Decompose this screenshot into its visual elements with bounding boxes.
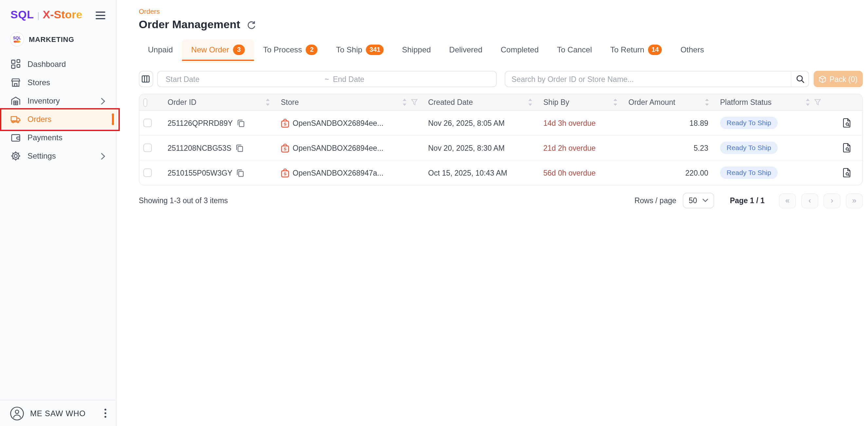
select-all-checkbox[interactable] bbox=[143, 98, 147, 107]
order-amount: 220.00 bbox=[628, 169, 720, 177]
ship-by-overdue: 21d 2h overdue bbox=[543, 144, 628, 152]
sidebar-item-label: Dashboard bbox=[28, 60, 66, 69]
column-title: Platform Status bbox=[720, 98, 771, 106]
sidebar-nav: Dashboard Stores Inventory bbox=[0, 55, 116, 165]
sidebar-item-inventory[interactable]: Inventory bbox=[0, 92, 116, 110]
copy-icon[interactable] bbox=[237, 119, 245, 127]
next-page-button[interactable]: › bbox=[824, 193, 840, 208]
sidebar-header: SQL | X-Store SQL MARKETING bbox=[0, 0, 116, 46]
row-checkbox[interactable] bbox=[143, 168, 152, 177]
active-indicator-bar bbox=[112, 113, 114, 125]
orders-table: Order ID Store Created Date Ship By bbox=[139, 94, 863, 186]
sidebar-item-payments[interactable]: Payments bbox=[0, 129, 116, 147]
column-header-platform-status: Platform Status bbox=[720, 98, 831, 106]
order-detail-icon[interactable] bbox=[842, 168, 851, 178]
order-amount: 18.89 bbox=[628, 119, 720, 127]
tab-new-order[interactable]: New Order3 bbox=[182, 39, 254, 61]
status-badge: Ready To Ship bbox=[720, 142, 778, 154]
last-page-button[interactable]: » bbox=[846, 193, 863, 208]
sort-icon[interactable] bbox=[704, 98, 710, 106]
filter-icon[interactable] bbox=[411, 99, 417, 106]
search-icon[interactable] bbox=[791, 72, 808, 86]
prev-page-button[interactable]: ‹ bbox=[801, 193, 818, 208]
user-footer: ME SAW WHO bbox=[0, 400, 116, 426]
end-date-input[interactable] bbox=[332, 75, 489, 84]
tab-label: Others bbox=[680, 45, 704, 54]
table-row[interactable]: 2510155P05W3GY S OpenSANDBOX268947a... O… bbox=[140, 161, 862, 185]
refresh-icon[interactable] bbox=[246, 20, 256, 30]
first-page-button[interactable]: « bbox=[779, 193, 796, 208]
rows-per-page-select[interactable]: 50 bbox=[683, 193, 714, 208]
table-row[interactable]: 251126QPRRD89Y S OpenSANDBOX26894ee... N… bbox=[140, 111, 862, 136]
tab-unpaid[interactable]: Unpaid bbox=[139, 39, 182, 61]
workspace-switcher[interactable]: SQL MARKETING bbox=[10, 33, 107, 46]
search-input[interactable] bbox=[505, 75, 791, 83]
chevron-right-icon bbox=[101, 152, 105, 160]
warehouse-icon bbox=[10, 96, 21, 106]
tab-delivered[interactable]: Delivered bbox=[440, 39, 491, 61]
tab-count-badge: 3 bbox=[233, 45, 245, 55]
copy-icon[interactable] bbox=[236, 169, 244, 177]
order-id: 2510155P05W3GY bbox=[167, 169, 232, 177]
sidebar-item-dashboard[interactable]: Dashboard bbox=[0, 55, 116, 74]
created-date: Nov 20, 2025, 8:30 AM bbox=[428, 144, 543, 152]
brand-sql-text: SQL bbox=[10, 8, 34, 22]
column-settings-button[interactable] bbox=[139, 71, 153, 87]
shopee-store-icon: S bbox=[281, 118, 289, 127]
breadcrumb[interactable]: Orders bbox=[139, 7, 863, 15]
store-name: OpenSANDBOX26894ee... bbox=[292, 119, 383, 127]
svg-text:S: S bbox=[284, 121, 287, 126]
tab-completed[interactable]: Completed bbox=[492, 39, 548, 61]
tab-shipped[interactable]: Shipped bbox=[393, 39, 440, 61]
table-header-row: Order ID Store Created Date Ship By bbox=[140, 94, 862, 111]
sidebar-item-label: Orders bbox=[28, 115, 52, 124]
column-title: Order Amount bbox=[628, 98, 675, 106]
main-content: Orders Order Management Unpaid New Order… bbox=[117, 0, 868, 426]
sort-icon[interactable] bbox=[265, 98, 270, 106]
chevron-right-icon bbox=[101, 97, 105, 105]
tab-label: Completed bbox=[501, 45, 539, 54]
date-range-picker[interactable]: ~ bbox=[157, 71, 497, 87]
pack-button[interactable]: Pack (0) bbox=[814, 71, 863, 87]
order-detail-icon[interactable] bbox=[842, 118, 851, 128]
sidebar-item-stores[interactable]: Stores bbox=[0, 74, 116, 92]
row-checkbox[interactable] bbox=[143, 144, 152, 152]
column-header-created-date: Created Date bbox=[428, 98, 543, 106]
row-checkbox[interactable] bbox=[143, 119, 152, 127]
chevron-down-icon bbox=[703, 199, 708, 202]
sort-icon[interactable] bbox=[402, 98, 407, 106]
tab-to-return[interactable]: To Return14 bbox=[601, 39, 671, 61]
order-detail-icon[interactable] bbox=[842, 143, 851, 153]
table-footer: Showing 1-3 out of 3 items Rows / page 5… bbox=[139, 193, 863, 208]
order-id: 251126QPRRD89Y bbox=[167, 119, 233, 127]
filter-icon[interactable] bbox=[814, 99, 821, 106]
sort-icon[interactable] bbox=[613, 98, 618, 106]
sidebar-item-orders[interactable]: Orders bbox=[0, 110, 116, 129]
svg-text:S: S bbox=[284, 171, 287, 176]
gear-icon bbox=[10, 151, 21, 161]
copy-icon[interactable] bbox=[235, 144, 243, 152]
menu-toggle-icon[interactable] bbox=[94, 9, 107, 21]
tab-label: Shipped bbox=[402, 45, 431, 54]
dashboard-icon bbox=[10, 59, 21, 69]
tab-others[interactable]: Others bbox=[671, 39, 713, 61]
rows-per-page-value: 50 bbox=[689, 197, 697, 204]
storefront-icon bbox=[10, 77, 21, 88]
sidebar-item-settings[interactable]: Settings bbox=[0, 147, 116, 165]
filter-bar: ~ Pack (0) bbox=[139, 71, 863, 87]
ship-by-overdue: 56d 0h overdue bbox=[543, 169, 628, 177]
tab-to-cancel[interactable]: To Cancel bbox=[548, 39, 601, 61]
brand-divider: | bbox=[37, 10, 40, 20]
user-name: ME SAW WHO bbox=[30, 409, 86, 418]
table-row[interactable]: 2511208NCBG53S S OpenSANDBOX26894ee... N… bbox=[140, 136, 862, 161]
page-indicator: Page 1 / 1 bbox=[730, 197, 765, 204]
shopee-store-icon: S bbox=[281, 143, 289, 152]
sort-icon[interactable] bbox=[528, 98, 533, 106]
tab-to-ship[interactable]: To Ship341 bbox=[327, 39, 393, 61]
start-date-input[interactable] bbox=[164, 75, 322, 84]
sort-icon[interactable] bbox=[805, 98, 810, 106]
tab-to-process[interactable]: To Process2 bbox=[254, 39, 327, 61]
column-title: Order ID bbox=[167, 98, 196, 106]
kebab-menu-icon[interactable] bbox=[103, 407, 108, 420]
shopee-store-icon: S bbox=[281, 168, 289, 177]
